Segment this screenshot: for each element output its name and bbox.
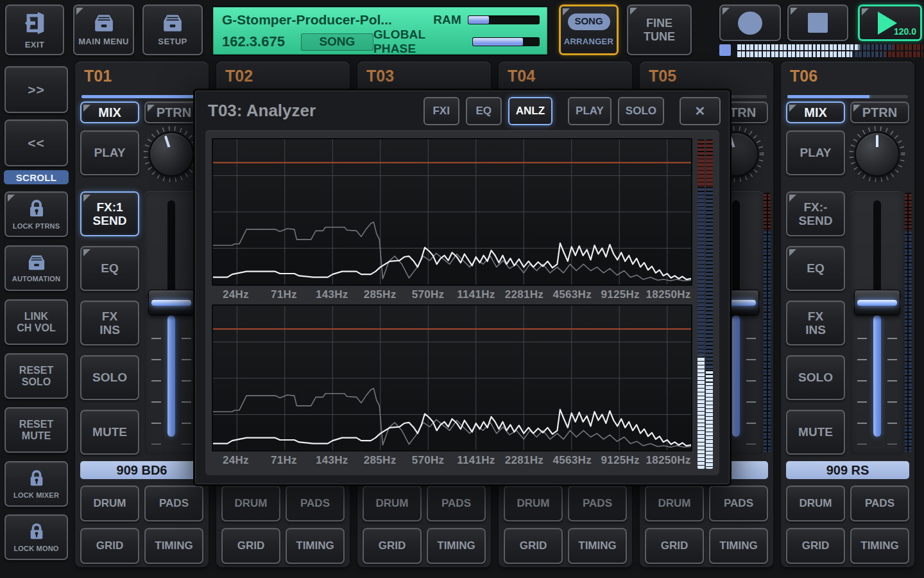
freq-tick-label: 9125Hz [601, 454, 639, 467]
song-arranger-button[interactable]: SONG ARRANGER [559, 4, 619, 55]
fader-ticks-right [182, 338, 191, 444]
play-button[interactable]: 120.0 [858, 4, 922, 41]
grid-button[interactable]: GRID [80, 528, 139, 564]
eq-button[interactable]: EQ [80, 246, 139, 291]
timing-button[interactable]: TIMING [709, 528, 768, 564]
volume-fader[interactable] [850, 191, 904, 455]
lock-icon [28, 522, 46, 541]
mode-indicator: SONG [301, 33, 373, 51]
anlz-tab[interactable]: ANLZ [508, 97, 552, 125]
global-phase-bar [472, 37, 540, 46]
pads-button[interactable]: PADS [568, 486, 627, 521]
solo-button[interactable]: SOLO [80, 355, 139, 400]
drum-button[interactable]: DRUM [645, 486, 704, 521]
dialog-title: T03: Analyzer [208, 101, 316, 121]
pads-button[interactable]: PADS [144, 486, 203, 521]
pads-button[interactable]: PADS [709, 486, 768, 521]
link-ch-vol-button[interactable]: LINK CH VOL [4, 299, 68, 345]
fader-fill [167, 315, 175, 437]
drum-button[interactable]: DRUM [504, 486, 563, 521]
timing-button[interactable]: TIMING [427, 528, 486, 564]
eq-tab[interactable]: EQ [466, 97, 502, 125]
track-play-button[interactable]: PLAY [80, 130, 139, 175]
grid-button[interactable]: GRID [504, 528, 563, 564]
frequency-axis-top: 24Hz71Hz143Hz285Hz570Hz1141Hz2281Hz4563H… [212, 286, 692, 304]
grid-label: GRID [96, 539, 124, 552]
dialog-play-button[interactable]: PLAY [568, 97, 612, 125]
track-title: T05 [649, 67, 676, 85]
reset-solo-button[interactable]: RESET SOLO [4, 353, 68, 399]
grid-button[interactable]: GRID [786, 528, 845, 564]
timing-button[interactable]: TIMING [850, 528, 909, 564]
timing-button[interactable]: TIMING [286, 528, 345, 564]
drum-label: DRUM [94, 497, 126, 509]
analyzer-dialog: T03: Analyzer FXI EQ ANLZ PLAY SOLO ✕ 24… [193, 89, 732, 486]
drum-button[interactable]: DRUM [221, 486, 280, 521]
song-position: 162.3.675 [222, 33, 293, 50]
grid-button[interactable]: GRID [363, 528, 422, 564]
stop-button[interactable] [787, 4, 848, 41]
drawer-icon [160, 13, 185, 33]
mix-tab[interactable]: MIX [80, 101, 139, 123]
arranger-label: ARRANGER [564, 37, 614, 47]
frequency-axis-bottom: 24Hz71Hz143Hz285Hz570Hz1141Hz2281Hz4563H… [212, 452, 692, 469]
fx-send-button[interactable]: FX:1 SEND [80, 191, 139, 236]
fine-tune-button[interactable]: FINE TUNE [627, 4, 692, 55]
mix-tab[interactable]: MIX [786, 101, 845, 123]
sample-label[interactable]: 909 RS [786, 461, 909, 479]
volume-fader[interactable] [144, 191, 198, 455]
close-button[interactable]: ✕ [680, 97, 721, 125]
solo-button[interactable]: SOLO [786, 355, 845, 400]
dialog-toolbar: FXI EQ ANLZ PLAY SOLO ✕ [417, 97, 721, 125]
lock-mono-label: LOCK MONO [13, 545, 58, 552]
lock-ptrns-button[interactable]: LOCK PTRNS [4, 191, 68, 237]
eq-button[interactable]: EQ [786, 246, 845, 291]
scroll-right-button[interactable]: >> [4, 66, 68, 113]
ram-label: RAM [433, 13, 461, 27]
record-icon [738, 12, 762, 35]
scroll-right-label: >> [28, 82, 45, 98]
sample-label[interactable]: 909 BD6 [80, 461, 203, 479]
main-menu-button[interactable]: MAIN MENU [73, 4, 134, 55]
timing-button[interactable]: TIMING [568, 528, 627, 564]
lock-mixer-button[interactable]: LOCK MIXER [4, 461, 68, 507]
ptrn-tab[interactable]: PTRN [850, 101, 909, 123]
mute-button[interactable]: MUTE [786, 410, 845, 455]
grid-button[interactable]: GRID [221, 528, 280, 564]
fader-handle[interactable] [148, 290, 194, 315]
exit-button[interactable]: EXIT [5, 4, 64, 55]
drum-button[interactable]: DRUM [80, 486, 139, 521]
lock-ptrns-label: LOCK PTRNS [13, 222, 60, 230]
scroll-left-button[interactable]: << [4, 119, 68, 166]
master-meter-row-right [737, 51, 923, 57]
reset-mute-label: RESET MUTE [19, 419, 53, 442]
pads-button[interactable]: PADS [850, 486, 909, 521]
pads-button[interactable]: PADS [427, 486, 486, 521]
mute-button[interactable]: MUTE [80, 410, 139, 455]
freq-tick-label: 24Hz [223, 288, 249, 301]
song-pill: SONG [568, 13, 610, 30]
fxi-tab[interactable]: FXI [424, 97, 459, 125]
track-column-t06: T06 MIX PTRN PLAY FX:- SEND EQ FX INS SO… [781, 62, 914, 568]
freq-tick-label: 285Hz [364, 454, 397, 467]
freq-tick-label: 18250Hz [646, 454, 690, 467]
fx-ins-button[interactable]: FX INS [786, 301, 845, 346]
pan-knob[interactable] [849, 126, 905, 182]
drum-button[interactable]: DRUM [363, 486, 422, 521]
drum-button[interactable]: DRUM [786, 486, 845, 521]
automation-button[interactable]: AUTOMATION [4, 245, 68, 291]
track-play-button[interactable]: PLAY [786, 130, 845, 175]
lcd-row-2: 162.3.675 SONG GLOBAL PHASE [222, 28, 540, 56]
timing-button[interactable]: TIMING [144, 528, 203, 564]
grid-button[interactable]: GRID [645, 528, 704, 564]
dialog-solo-button[interactable]: SOLO [618, 97, 664, 125]
record-button[interactable] [719, 4, 781, 41]
pads-button[interactable]: PADS [286, 486, 345, 521]
setup-button[interactable]: SETUP [142, 4, 203, 55]
pan-knob[interactable] [143, 126, 200, 182]
fx-send-button[interactable]: FX:- SEND [786, 191, 845, 236]
fx-ins-button[interactable]: FX INS [80, 301, 139, 346]
ram-bar [468, 15, 540, 24]
reset-mute-button[interactable]: RESET MUTE [4, 407, 68, 453]
lock-mono-button[interactable]: LOCK MONO [4, 514, 68, 560]
